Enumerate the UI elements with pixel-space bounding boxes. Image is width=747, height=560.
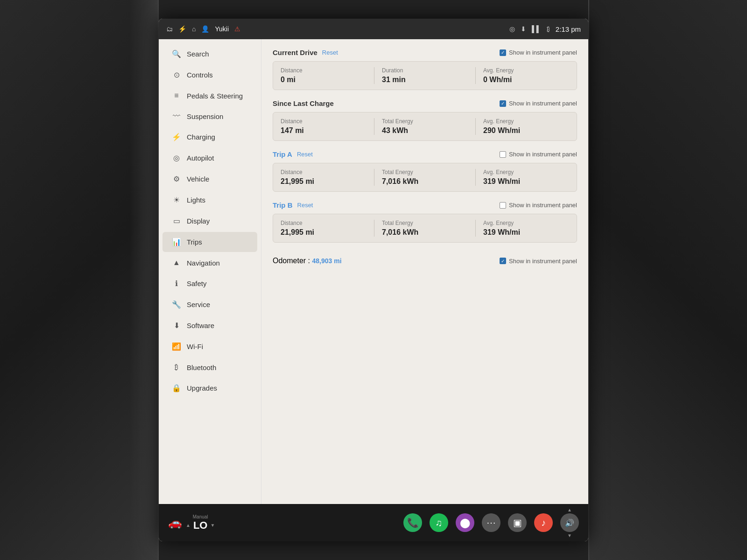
sidebar-label-software: Software	[187, 322, 214, 329]
sidebar-label-search: Search	[187, 50, 209, 58]
card-button[interactable]: ▣	[508, 513, 527, 532]
sidebar: 🔍 Search ⊙ Controls ≡ Pedals & Steering …	[159, 39, 261, 504]
sidebar-item-search[interactable]: 🔍 Search	[162, 44, 257, 64]
trip-b-stat-avg-energy: Avg. Energy 319 Wh/mi	[483, 220, 569, 237]
volume-down-arrow[interactable]: ▼	[567, 533, 572, 538]
controls-icon: ⊙	[172, 70, 181, 79]
trip-b-avg-energy-label: Avg. Energy	[483, 220, 569, 226]
current-drive-section: Current Drive Reset ✓ Show in instrument…	[273, 49, 577, 90]
bottom-left: 🚗 Manual ▲ LO ▼	[168, 514, 215, 532]
sidebar-label-upgrades: Upgrades	[187, 384, 217, 392]
current-drive-reset[interactable]: Reset	[322, 49, 338, 56]
since-last-charge-show-panel[interactable]: ✓ Show in instrument panel	[500, 100, 577, 107]
sidebar-item-charging[interactable]: ⚡ Charging	[162, 127, 257, 147]
trip-b-reset[interactable]: Reset	[297, 202, 313, 209]
sidebar-item-vehicle[interactable]: ⚙ Vehicle	[162, 169, 257, 189]
sidebar-item-pedals[interactable]: ≡ Pedals & Steering	[162, 86, 257, 105]
trips-icon: 📊	[172, 238, 181, 246]
slc-avg-energy-value: 290 Wh/mi	[483, 126, 569, 135]
current-drive-show-panel[interactable]: ✓ Show in instrument panel	[500, 49, 577, 56]
safety-icon: ℹ	[172, 279, 181, 288]
music-button[interactable]: ♪	[534, 513, 553, 532]
vehicle-icon: ⚙	[172, 175, 181, 183]
sidebar-label-display: Display	[187, 217, 210, 225]
username: Yukii	[215, 25, 229, 33]
spotify-button[interactable]: ♫	[430, 513, 448, 532]
sidebar-label-autopilot: Autopilot	[187, 154, 214, 162]
radio-button[interactable]: ⬤	[456, 513, 474, 532]
sidebar-item-safety[interactable]: ℹ Safety	[162, 273, 257, 294]
trip-b-checkbox[interactable]	[500, 202, 506, 209]
bluetooth-nav-icon: ₿	[172, 363, 181, 371]
phone-button[interactable]: 📞	[403, 513, 422, 532]
trip-a-stat-energy: Total Energy 7,016 kWh	[382, 169, 476, 186]
sidebar-item-upgrades[interactable]: 🔒 Upgrades	[162, 378, 257, 398]
sidebar-item-trips[interactable]: 📊 Trips	[162, 232, 257, 252]
sidebar-item-controls[interactable]: ⊙ Controls	[162, 65, 257, 85]
trip-b-distance-value: 21,995 mi	[281, 228, 366, 237]
fan-up-arrow[interactable]: ▲	[186, 523, 190, 528]
current-drive-energy-label: Avg. Energy	[483, 67, 569, 74]
trip-b-distance-label: Distance	[281, 220, 366, 226]
current-drive-stat-duration: Duration 31 min	[382, 67, 476, 84]
sidebar-label-vehicle: Vehicle	[187, 175, 209, 183]
volume-button[interactable]: 🔊	[560, 513, 579, 532]
trip-a-data: Distance 21,995 mi Total Energy 7,016 kW…	[273, 163, 577, 192]
trip-b-show-panel[interactable]: Show in instrument panel	[500, 202, 577, 209]
fan-value: LO	[193, 519, 208, 532]
sidebar-item-autopilot[interactable]: ◎ Autopilot	[162, 148, 257, 168]
current-drive-header: Current Drive Reset ✓ Show in instrument…	[273, 49, 577, 56]
trip-b-energy-label: Total Energy	[382, 220, 468, 226]
folder-icon: 🗂	[166, 25, 173, 33]
trip-a-show-panel[interactable]: Show in instrument panel	[500, 151, 577, 158]
wifi-icon: 📶	[172, 342, 181, 351]
since-last-charge-stat-avg-energy: Avg. Energy 290 Wh/mi	[483, 118, 569, 135]
fan-down-arrow[interactable]: ▼	[210, 523, 215, 528]
volume-control: ▲ 🔊 ▼	[560, 507, 579, 538]
sidebar-label-bluetooth: Bluetooth	[187, 364, 216, 371]
sidebar-item-navigation[interactable]: ▲ Navigation	[162, 253, 257, 273]
sidebar-item-suspension[interactable]: 〰 Suspension	[162, 106, 257, 126]
slc-energy-label: Total Energy	[382, 118, 468, 125]
current-drive-checkbox[interactable]: ✓	[500, 49, 506, 56]
current-drive-data: Distance 0 mi Duration 31 min Avg. Energ…	[273, 61, 577, 90]
odometer-row: Odometer : 48,903 mi ✓ Show in instrumen…	[273, 252, 577, 265]
since-last-charge-title-row: Since Last Charge	[273, 99, 334, 107]
sidebar-item-service[interactable]: 🔧 Service	[162, 294, 257, 315]
display-icon: ▭	[172, 217, 181, 225]
since-last-charge-data: Distance 147 mi Total Energy 43 kWh Avg.…	[273, 112, 577, 141]
sidebar-item-lights[interactable]: ☀ Lights	[162, 190, 257, 210]
since-last-charge-section: Since Last Charge ✓ Show in instrument p…	[273, 99, 577, 141]
charging-icon: ⚡	[172, 133, 181, 141]
odometer-show-panel[interactable]: ✓ Show in instrument panel	[500, 258, 577, 265]
fan-label: Manual	[193, 514, 208, 519]
status-left: 🗂 ⚡ ⌂ 👤 Yukii ⚠	[166, 25, 240, 33]
since-last-charge-header: Since Last Charge ✓ Show in instrument p…	[273, 99, 577, 107]
sidebar-item-bluetooth[interactable]: ₿ Bluetooth	[162, 357, 257, 377]
sidebar-label-charging: Charging	[187, 133, 215, 141]
trip-a-title: Trip A	[273, 150, 292, 158]
car-interior-left	[0, 0, 159, 560]
since-last-charge-checkbox[interactable]: ✓	[500, 100, 506, 107]
sidebar-item-wifi[interactable]: 📶 Wi-Fi	[162, 336, 257, 357]
volume-up-arrow[interactable]: ▲	[567, 507, 572, 512]
software-icon: ⬇	[172, 321, 181, 330]
alert-icon: ⚠	[234, 25, 240, 33]
trip-a-reset[interactable]: Reset	[297, 151, 313, 158]
car-icon: 🚗	[168, 516, 182, 529]
fan-control: Manual ▲ LO ▼	[186, 514, 215, 532]
status-right: ◎ ⬇ ▌▌ ₿ 2:13 pm	[509, 25, 581, 33]
slc-avg-energy-label: Avg. Energy	[483, 118, 569, 125]
odometer-checkbox[interactable]: ✓	[500, 258, 506, 264]
sidebar-item-display[interactable]: ▭ Display	[162, 211, 257, 231]
sidebar-label-trips: Trips	[187, 238, 202, 246]
sidebar-label-lights: Lights	[187, 196, 205, 204]
signal-icon: ▌▌	[532, 25, 541, 33]
current-drive-show-label: Show in instrument panel	[509, 49, 577, 56]
sidebar-label-pedals: Pedals & Steering	[187, 92, 243, 100]
search-icon: 🔍	[172, 49, 181, 58]
trip-a-energy-label: Total Energy	[382, 169, 468, 175]
sidebar-item-software[interactable]: ⬇ Software	[162, 315, 257, 336]
trip-a-checkbox[interactable]	[500, 151, 506, 158]
chat-button[interactable]: ⋯	[482, 513, 500, 532]
